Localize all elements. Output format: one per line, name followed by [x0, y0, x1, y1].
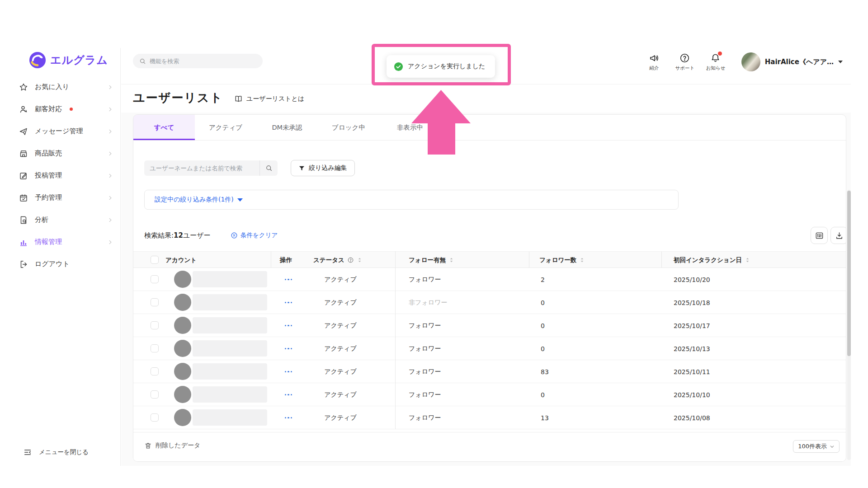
row-checkbox[interactable]	[151, 321, 159, 329]
brand-logo[interactable]: エルグラム	[29, 52, 108, 69]
success-toast: アクションを実行しました	[387, 55, 495, 78]
sidebar-item-favorites[interactable]: お気に入り	[0, 76, 120, 98]
help-circle-icon	[679, 53, 690, 63]
store-icon	[19, 149, 28, 158]
row-checkbox[interactable]	[151, 390, 159, 399]
row-actions-button[interactable]	[283, 360, 294, 383]
toast-message: アクションを実行しました	[408, 62, 485, 70]
clear-conditions-button[interactable]: 条件をクリア	[231, 229, 278, 242]
scrollbar-thumb[interactable]	[847, 191, 851, 356]
chevron-down-icon	[830, 444, 835, 449]
search-icon	[139, 58, 146, 65]
global-search[interactable]	[133, 54, 263, 68]
row-checkbox[interactable]	[151, 367, 159, 375]
sidebar-item-customer-support[interactable]: 顧客対応	[0, 98, 120, 120]
row-actions-button[interactable]	[283, 406, 294, 429]
post-edit-icon	[19, 171, 28, 180]
follow-cell: フォロワー	[409, 383, 441, 406]
row-checkbox[interactable]	[151, 298, 159, 306]
first-interaction-cell: 2025/10/13	[674, 337, 710, 360]
download-button[interactable]	[830, 227, 846, 244]
status-cell: アクティブ	[313, 406, 368, 429]
sidebar-item-label: 分析	[35, 216, 48, 224]
page-title: ユーザーリスト	[133, 90, 223, 106]
first-interaction-cell: 2025/10/20	[674, 268, 710, 291]
user-avatar	[174, 271, 191, 288]
status-tabs: すべて アクティブ DM未承認 ブロック中 非表示中	[133, 115, 846, 141]
sliders-icon	[815, 231, 824, 240]
row-actions-button[interactable]	[283, 337, 294, 360]
download-icon	[835, 231, 844, 240]
page-size-select[interactable]: 100件表示	[793, 440, 840, 453]
notifications-button[interactable]: お知らせ	[704, 53, 727, 71]
active-filter-conditions[interactable]: 設定中の絞り込み条件(1件)	[144, 190, 679, 210]
sidebar-item-post-management[interactable]: 投稿管理	[0, 164, 120, 187]
tab-all[interactable]: すべて	[133, 115, 195, 140]
chevron-down-icon	[237, 198, 243, 202]
vertical-scrollbar	[847, 190, 851, 460]
row-actions-button[interactable]	[283, 314, 294, 337]
column-divider	[661, 252, 662, 268]
sidebar-item-label: お気に入り	[35, 83, 69, 91]
sort-icon[interactable]	[745, 257, 750, 263]
select-all-checkbox[interactable]	[151, 256, 159, 264]
user-search[interactable]	[144, 160, 278, 176]
collapse-menu-label: メニューを閉じる	[39, 448, 89, 456]
sort-icon[interactable]	[357, 257, 363, 263]
userlist-help-link[interactable]: ユーザーリストとは	[234, 94, 304, 103]
send-icon	[19, 127, 28, 136]
tab-dm-unapproved[interactable]: DM未承認	[256, 115, 318, 140]
user-avatar	[174, 317, 191, 334]
row-actions-button[interactable]	[283, 268, 294, 291]
account-menu[interactable]: HairAlice《ヘアア…	[741, 52, 843, 71]
column-first-interaction: 初回インタラクション日	[674, 252, 750, 268]
followers-cell: 13	[541, 406, 549, 429]
chevron-right-icon	[108, 217, 113, 223]
sidebar-item-message-management[interactable]: メッセージ管理	[0, 120, 120, 142]
tab-blocked[interactable]: ブロック中	[318, 115, 379, 140]
sidebar-item-product-sales[interactable]: 商品販売	[0, 142, 120, 164]
account-name: HairAlice《ヘアア…	[765, 58, 834, 66]
row-actions-button[interactable]	[283, 291, 294, 314]
global-search-input[interactable]	[150, 58, 256, 65]
sidebar-item-info-management[interactable]: 情報管理	[0, 231, 120, 253]
column-actions: 操作	[280, 252, 292, 268]
support-button[interactable]: サポート	[674, 53, 696, 71]
check-circle-icon	[394, 62, 403, 71]
sort-icon[interactable]	[448, 257, 454, 263]
row-actions-button[interactable]	[283, 383, 294, 406]
status-cell: アクティブ	[313, 383, 368, 406]
title-bar: ユーザーリスト ユーザーリストとは	[121, 84, 851, 113]
brand-logo-icon	[29, 52, 46, 69]
sidebar-item-analysis[interactable]: 分析	[0, 209, 120, 231]
collapse-menu-button[interactable]: メニューを閉じる	[0, 445, 120, 460]
sidebar: エルグラム お気に入り 顧客対応 メッセージ管理 商品販売	[0, 48, 121, 466]
highlight-box: アクションを実行しました	[372, 44, 511, 85]
tab-active[interactable]: アクティブ	[195, 115, 256, 140]
filter-edit-button[interactable]: 絞り込み編集	[291, 160, 355, 176]
referral-button[interactable]: 紹介	[643, 53, 665, 71]
row-checkbox[interactable]	[151, 344, 159, 352]
redacted-username	[193, 294, 267, 310]
account-avatar	[741, 52, 760, 71]
notifications-label: お知らせ	[706, 65, 725, 71]
user-avatar	[174, 340, 191, 357]
follow-cell: フォロワー	[409, 406, 441, 429]
column-settings-button[interactable]	[811, 227, 828, 244]
row-checkbox[interactable]	[151, 275, 159, 283]
deleted-data-button[interactable]: 削除したデータ	[144, 441, 200, 450]
table-row: アクティブ フォロワー 0 2025/10/10	[133, 383, 846, 406]
chevron-right-icon	[108, 173, 113, 178]
first-interaction-cell: 2025/10/17	[674, 314, 710, 337]
search-submit-button[interactable]	[259, 160, 278, 176]
sidebar-item-reservation-management[interactable]: 予約管理	[0, 187, 120, 209]
status-cell: アクティブ	[313, 360, 368, 383]
row-checkbox[interactable]	[151, 413, 159, 422]
sort-icon[interactable]	[579, 257, 585, 263]
highlight-arrow-stem	[428, 122, 455, 155]
user-search-input[interactable]	[144, 164, 259, 172]
info-circle-icon[interactable]	[347, 257, 354, 263]
sidebar-item-logout[interactable]: ログアウト	[0, 253, 120, 275]
star-icon	[19, 83, 28, 92]
status-cell: アクティブ	[313, 268, 368, 291]
